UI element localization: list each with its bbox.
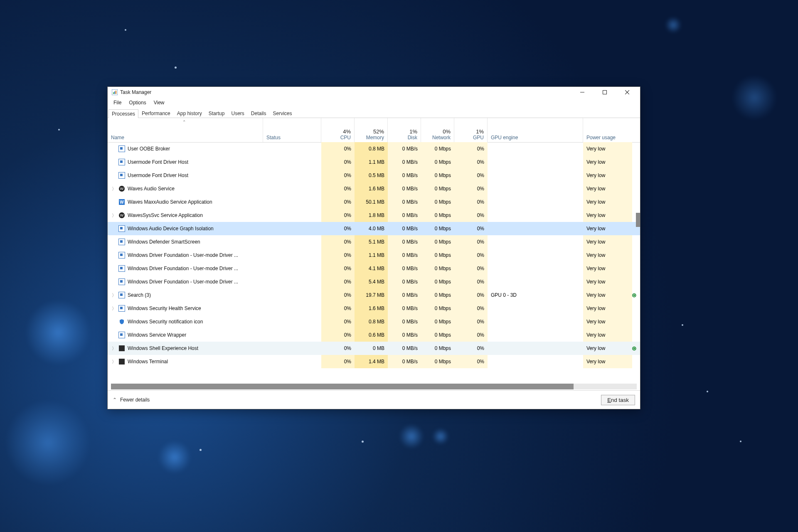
cell-network: 0 Mbps <box>421 328 454 342</box>
cell-memory: 1.4 MB <box>355 355 388 368</box>
menu-view[interactable]: View <box>150 99 168 106</box>
cell-power-usage: Very low <box>583 328 632 342</box>
cell-gpu-engine <box>488 209 583 222</box>
process-name: Windows Driver Foundation - User-mode Dr… <box>128 279 238 285</box>
tab-details[interactable]: Details <box>248 109 270 118</box>
process-name: Waves Audio Service <box>128 186 175 192</box>
cell-power-usage: Very low <box>583 195 632 209</box>
process-icon <box>118 292 125 298</box>
cell-disk: 0 MB/s <box>388 342 421 355</box>
expand-chevron-icon[interactable]: 〉 <box>112 345 116 352</box>
cell-gpu-engine <box>488 155 583 169</box>
cell-gpu-engine <box>488 355 583 368</box>
cell-network: 0 Mbps <box>421 195 454 209</box>
cell-gpu-engine: GPU 0 - 3D <box>488 288 583 302</box>
cell-gpu-engine <box>488 249 583 262</box>
col-disk[interactable]: 1%Disk <box>388 118 421 142</box>
process-row[interactable]: 〉WWaves Audio Service0%1.6 MB0 MB/s0 Mbp… <box>108 182 640 195</box>
process-row[interactable]: 〉WWavesSysSvc Service Application0%1.8 M… <box>108 209 640 222</box>
cell-name: 〉WWaves Audio Service <box>108 182 263 195</box>
col-gpu-engine[interactable]: GPU engine <box>488 118 583 142</box>
process-row[interactable]: 〉Windows Terminal0%1.4 MB0 MB/s0 Mbps0%V… <box>108 355 640 368</box>
cell-network: 0 Mbps <box>421 275 454 288</box>
process-row[interactable]: 〉WWaves MaxxAudio Service Application0%5… <box>108 195 640 209</box>
menubar: File Options View <box>108 98 640 108</box>
horizontal-scroll-thumb[interactable] <box>111 384 574 389</box>
process-row[interactable]: 〉Usermode Font Driver Host0%0.5 MB0 MB/s… <box>108 169 640 182</box>
cell-gpu: 0% <box>454 169 488 182</box>
tab-performance[interactable]: Performance <box>138 109 174 118</box>
close-button[interactable] <box>616 87 638 98</box>
cell-power-usage: Very low <box>583 275 632 288</box>
process-row[interactable]: 〉Windows Driver Foundation - User-mode D… <box>108 275 640 288</box>
end-task-button[interactable]: End task <box>601 395 635 405</box>
desktop-wallpaper: Task Manager File Options View Processes… <box>0 0 798 532</box>
tab-startup[interactable]: Startup <box>205 109 228 118</box>
tab-services[interactable]: Services <box>270 109 296 118</box>
process-row[interactable]: 〉Windows Security Health Service0%1.6 MB… <box>108 302 640 315</box>
cell-gpu-engine <box>488 235 583 249</box>
vertical-scroll-thumb[interactable] <box>636 213 640 227</box>
process-row[interactable]: 〉User OOBE Broker0%0.8 MB0 MB/s0 Mbps0%V… <box>108 142 640 155</box>
expand-chevron-icon[interactable]: 〉 <box>112 292 116 298</box>
svg-rect-1 <box>113 92 114 94</box>
fewer-details-button[interactable]: ⌃ Fewer details <box>113 397 150 403</box>
process-row[interactable]: 〉Windows Shell Experience Host⊛0%0 MB0 M… <box>108 342 640 355</box>
menu-options[interactable]: Options <box>126 99 149 106</box>
process-name: Usermode Font Driver Host <box>128 172 188 178</box>
col-power-usage[interactable]: Power usage <box>583 118 632 142</box>
cell-status <box>263 262 321 275</box>
cell-gpu: 0% <box>454 195 488 209</box>
expand-chevron-icon[interactable]: 〉 <box>112 212 116 219</box>
tab-users[interactable]: Users <box>228 109 247 118</box>
horizontal-scrollbar[interactable] <box>111 384 637 389</box>
process-row[interactable]: 〉Windows Driver Foundation - User-mode D… <box>108 249 640 262</box>
cell-name: 〉Windows Driver Foundation - User-mode D… <box>108 275 263 288</box>
vertical-scrollbar[interactable] <box>635 119 640 389</box>
cell-memory: 5.4 MB <box>355 275 388 288</box>
cell-gpu-engine <box>488 315 583 328</box>
cell-memory: 4.1 MB <box>355 262 388 275</box>
cell-status <box>263 302 321 315</box>
maximize-button[interactable] <box>594 87 616 98</box>
process-row[interactable]: 〉Windows Defender SmartScreen0%5.1 MB0 M… <box>108 235 640 249</box>
expand-chevron-icon[interactable]: 〉 <box>112 359 116 365</box>
process-icon <box>118 225 125 232</box>
waves-icon: W <box>118 212 125 219</box>
cell-gpu-engine <box>488 328 583 342</box>
col-network[interactable]: 0%Network <box>421 118 454 142</box>
process-name: User OOBE Broker <box>128 146 170 152</box>
cell-disk: 0 MB/s <box>388 222 421 235</box>
expand-chevron-icon[interactable]: 〉 <box>112 305 116 312</box>
col-memory[interactable]: 52%Memory <box>355 118 388 142</box>
expand-chevron-icon[interactable]: 〉 <box>112 186 116 192</box>
process-row[interactable]: 〉Windows Audio Device Graph Isolation0%4… <box>108 222 640 235</box>
tab-app-history[interactable]: App history <box>174 109 205 118</box>
cell-cpu: 0% <box>321 142 355 155</box>
cell-cpu: 0% <box>321 342 355 355</box>
cell-disk: 0 MB/s <box>388 155 421 169</box>
cell-cpu: 0% <box>321 275 355 288</box>
cell-cpu: 0% <box>321 209 355 222</box>
cell-cpu: 0% <box>321 195 355 209</box>
cell-gpu: 0% <box>454 222 488 235</box>
menu-file[interactable]: File <box>110 99 125 106</box>
cell-name: 〉Windows Service Wrapper <box>108 328 263 342</box>
col-cpu[interactable]: 4%CPU <box>321 118 355 142</box>
cell-gpu-engine <box>488 302 583 315</box>
process-row[interactable]: 〉Windows Security notification icon0%0.8… <box>108 315 640 328</box>
cell-status <box>263 182 321 195</box>
minimize-button[interactable] <box>571 87 594 98</box>
process-name: Windows Audio Device Graph Isolation <box>128 226 214 232</box>
process-row[interactable]: 〉Windows Driver Foundation - User-mode D… <box>108 262 640 275</box>
process-row[interactable]: 〉Usermode Font Driver Host0%1.1 MB0 MB/s… <box>108 155 640 169</box>
titlebar[interactable]: Task Manager <box>108 87 640 98</box>
process-name: Windows Security notification icon <box>128 319 203 325</box>
process-row[interactable]: 〉Search (3)⊛0%19.7 MB0 MB/s0 Mbps0%GPU 0… <box>108 288 640 302</box>
process-icon <box>118 252 125 259</box>
tab-processes[interactable]: Processes <box>108 109 138 118</box>
process-grid: ⌃ Name Status 4%CPU 52%Memory 1%Disk 0%N… <box>108 118 640 390</box>
process-row[interactable]: 〉Windows Service Wrapper0%0.6 MB0 MB/s0 … <box>108 328 640 342</box>
col-status[interactable]: Status <box>263 118 321 142</box>
col-gpu[interactable]: 1%GPU <box>454 118 488 142</box>
